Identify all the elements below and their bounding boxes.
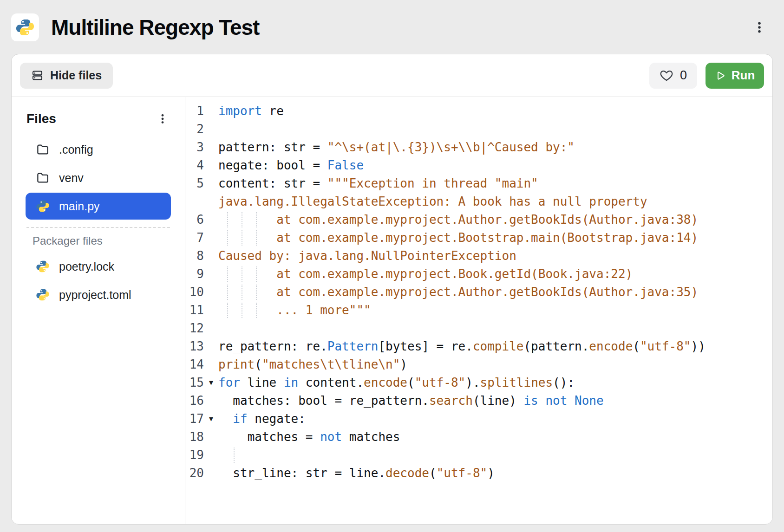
indent-guide: [256, 285, 257, 300]
code-line[interactable]: 19: [185, 446, 772, 464]
code-text: [218, 319, 720, 337]
code-line[interactable]: 11 ... 1 more""": [185, 301, 772, 319]
code-text: re_pattern: re.Pattern[bytes] = re.compi…: [218, 337, 720, 356]
code-line[interactable]: 17▼ if negate:: [185, 410, 772, 428]
code-text: import re: [218, 102, 720, 120]
code-line[interactable]: 6 at com.example.myproject.Author.getBoo…: [185, 211, 772, 229]
kebab-menu-icon: [157, 113, 169, 125]
indent-guide: [256, 230, 257, 246]
folder-icon: [36, 171, 50, 185]
file-tree-icon: [31, 69, 44, 82]
folder-icon: [36, 143, 50, 156]
heart-icon: [660, 69, 673, 83]
line-number: 3: [185, 138, 204, 156]
line-number: 16: [185, 392, 204, 410]
indent-guide: [227, 266, 228, 282]
fold-gutter: [204, 175, 218, 211]
code-text: for line in content.encode("utf-8").spli…: [218, 374, 720, 392]
code-text: at com.example.myproject.Bootstrap.main(…: [218, 229, 720, 247]
code-line[interactable]: 13re_pattern: re.Pattern[bytes] = re.com…: [185, 337, 772, 356]
run-label: Run: [732, 68, 755, 83]
code-text: pattern: str = "^\s+(at|\.{3})\s+\\b|^Ca…: [218, 138, 720, 156]
code-line[interactable]: 20 str_line: str = line.decode("utf-8"): [185, 464, 772, 482]
code-text: at com.example.myproject.Author.getBookI…: [218, 211, 720, 229]
code-line[interactable]: 8Caused by: java.lang.NullPointerExcepti…: [185, 247, 772, 265]
indent-guide: [242, 266, 242, 282]
line-number: 15: [185, 374, 204, 392]
packager-files-title: Packager files: [26, 234, 171, 247]
line-number: 6: [185, 211, 204, 229]
code-line[interactable]: 2: [185, 120, 772, 138]
code-line[interactable]: 1import re: [185, 102, 772, 120]
indent-guide: [256, 266, 257, 282]
code-line[interactable]: 3pattern: str = "^\s+(at|\.{3})\s+\\b|^C…: [185, 138, 772, 156]
file-item-poetry-lock[interactable]: poetry.lock: [26, 253, 171, 280]
python-logo-icon: [15, 18, 35, 37]
fold-gutter: [204, 211, 218, 229]
likes-button[interactable]: 0: [649, 63, 697, 89]
files-menu-button[interactable]: [155, 111, 170, 126]
code-text: if negate:: [218, 410, 720, 428]
python-icon: [36, 260, 50, 273]
fold-gutter: [204, 301, 218, 319]
code-line[interactable]: 16 matches: bool = re_pattern.search(lin…: [185, 392, 772, 410]
code-editor[interactable]: 1import re23pattern: str = "^\s+(at|\.{3…: [185, 97, 772, 524]
line-number: 19: [185, 446, 204, 464]
fold-gutter: [204, 120, 218, 138]
code-line[interactable]: 18 matches = not matches: [185, 428, 772, 446]
file-item-pyproject-toml[interactable]: pyproject.toml: [26, 281, 171, 308]
code-line[interactable]: 10 at com.example.myproject.Author.getBo…: [185, 283, 772, 301]
fold-gutter: [204, 138, 218, 156]
play-icon: [715, 70, 726, 81]
code-line[interactable]: 7 at com.example.myproject.Bootstrap.mai…: [185, 229, 772, 247]
fold-gutter: [204, 446, 218, 464]
main-area: Files .configvenvmain.py Packager files …: [12, 97, 772, 524]
likes-count: 0: [680, 68, 687, 83]
file-item-main-py[interactable]: main.py: [26, 193, 171, 220]
sidebar-divider: [26, 227, 170, 228]
indent-guide: [242, 303, 242, 318]
code-text: at com.example.myproject.Book.getId(Book…: [218, 265, 720, 283]
code-line[interactable]: 5content: str = """Exception in thread "…: [185, 175, 772, 211]
file-item-config[interactable]: .config: [26, 136, 171, 163]
code-line[interactable]: 14print("matches\t\tline\n"): [185, 356, 772, 374]
file-item-venv[interactable]: venv: [26, 164, 171, 191]
code-line[interactable]: 12: [185, 319, 772, 337]
kebab-menu-icon: [752, 20, 766, 34]
fold-gutter: [204, 265, 218, 283]
file-label: main.py: [59, 200, 100, 213]
code-text: [218, 120, 720, 138]
code-text: matches: bool = re_pattern.search(line) …: [218, 392, 720, 410]
fold-gutter: [204, 464, 218, 482]
page-title: Multiline Regexp Test: [51, 15, 259, 40]
line-number: 8: [185, 247, 204, 265]
header-menu-button[interactable]: [751, 19, 767, 35]
indent-guide: [256, 303, 257, 318]
indent-guide: [234, 448, 235, 463]
code-line[interactable]: 4negate: bool = False: [185, 156, 772, 175]
indent-guide: [227, 285, 228, 300]
app-header: Multiline Regexp Test: [0, 0, 784, 54]
code-line[interactable]: 15▼for line in content.encode("utf-8").s…: [185, 374, 772, 392]
fold-arrow-icon[interactable]: ▼: [204, 374, 218, 392]
packager-file-list: poetry.lockpyproject.toml: [26, 253, 171, 308]
line-number: 13: [185, 337, 204, 356]
file-list: .configvenvmain.py: [26, 136, 171, 220]
line-number: 10: [185, 283, 204, 301]
fold-gutter: [204, 337, 218, 356]
indent-guide: [256, 212, 257, 227]
code-text: matches = not matches: [218, 428, 720, 446]
workspace-card: Hide files 0 Run Files .configvenvmain.p…: [11, 54, 773, 525]
code-line[interactable]: 9 at com.example.myproject.Book.getId(Bo…: [185, 265, 772, 283]
run-button[interactable]: Run: [706, 63, 764, 89]
python-icon: [36, 288, 50, 302]
file-label: poetry.lock: [59, 260, 114, 273]
line-number: 12: [185, 319, 204, 337]
fold-arrow-icon[interactable]: ▼: [204, 410, 218, 428]
code-text: content: str = """Exception in thread "m…: [218, 175, 720, 211]
line-number: 1: [185, 102, 204, 120]
code-text: negate: bool = False: [218, 156, 720, 175]
fold-gutter: [204, 247, 218, 265]
toolbar: Hide files 0 Run: [12, 54, 772, 97]
hide-files-button[interactable]: Hide files: [20, 63, 113, 89]
